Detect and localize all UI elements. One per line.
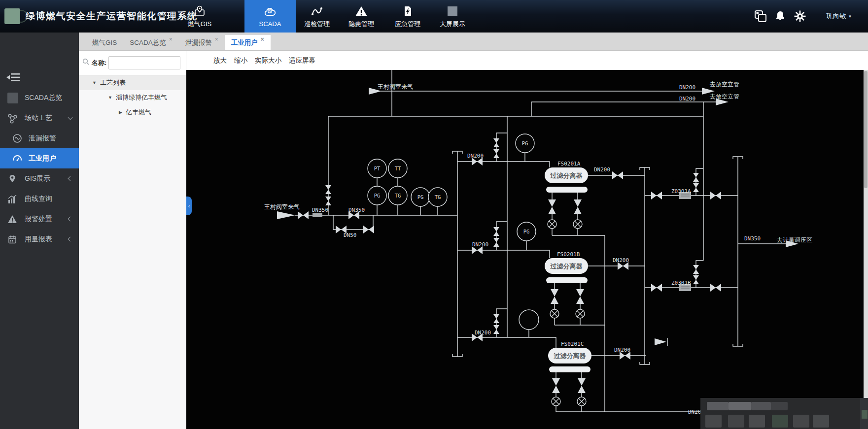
canvas-toolbar: 放大 缩小 实际大小 适应屏幕: [186, 51, 868, 70]
sidebar-item-industrial-users[interactable]: 工业用户: [0, 148, 79, 168]
nav-item-emergency[interactable]: 应急管理: [387, 0, 428, 33]
svg-text:DN200: DN200: [679, 84, 695, 91]
blank-instrument: [519, 310, 539, 330]
tree-expanded-icon[interactable]: ▼: [92, 80, 97, 85]
user-menu[interactable]: 巩向敏 ▼: [826, 0, 852, 33]
nav-item-hazard[interactable]: 隐患管理: [341, 0, 382, 33]
nav-label: 隐患管理: [348, 20, 374, 29]
pt-tag: PT: [374, 165, 381, 171]
app-title: 绿博燃气安全生产运营智能化管理系统: [26, 0, 198, 33]
tree-node-process-list[interactable]: ▼ 工艺列表: [79, 75, 186, 90]
tree-node-company[interactable]: ▼ 淄博绿博亿丰燃气: [79, 90, 186, 105]
chart-icon: [7, 194, 18, 204]
search-row: 名称:: [79, 51, 186, 75]
sidebar-item-curve-query[interactable]: 曲线查询: [0, 189, 79, 209]
filter-separator-b-drum: [546, 277, 588, 283]
nav-item-gas-gis[interactable]: 燃气GIS: [179, 0, 220, 33]
map-pin-icon: [193, 4, 206, 18]
tree-panel: 名称: ▼ 工艺列表 ▼ 淄博绿博亿丰燃气 ▶ 亿丰燃气: [79, 51, 186, 429]
redacted-block: [793, 415, 809, 428]
screen-icon: [446, 4, 459, 18]
warning-triangle-icon: [355, 4, 368, 18]
chevron-down-icon: [68, 115, 73, 120]
chevron-left-icon: [68, 176, 73, 181]
pg-tag: PG: [417, 194, 424, 200]
panel-collapse-handle[interactable]: ‹: [186, 197, 192, 215]
tab-industrial-users[interactable]: 工业用户 ×: [225, 35, 271, 50]
outlet-label: 去计量调压区: [777, 236, 812, 243]
redacted-block: [707, 402, 729, 410]
gauge-icon: [12, 153, 23, 164]
tab-gas-gis[interactable]: 燃气GIS: [86, 35, 123, 50]
tree-collapsed-icon[interactable]: ▶: [119, 110, 122, 115]
tab-leak-alarm[interactable]: 泄漏报警 ×: [179, 35, 225, 50]
emergency-doc-icon: [401, 4, 414, 18]
close-icon[interactable]: ×: [215, 36, 218, 43]
tab-scada-overview[interactable]: SCADA总览 ×: [123, 35, 179, 50]
redacted-block: [751, 402, 771, 410]
scada-canvas[interactable]: PT TT PG TG PG TG PG PG DN200 DN200 DN20…: [186, 70, 868, 429]
user-name: 巩向敏: [826, 12, 846, 21]
bell-icon[interactable]: [774, 10, 787, 23]
filter-label-a: 过滤分离器: [550, 172, 583, 179]
nav-label: 大屏展示: [440, 20, 465, 29]
nav-label: SCADA: [259, 20, 281, 28]
flow-arrows: [277, 88, 799, 345]
sidebar-item-leak-alarm[interactable]: 泄漏报警: [0, 128, 79, 148]
filter-label-b: 过滤分离器: [550, 263, 583, 270]
fs0201a-tag: FS0201A: [557, 161, 581, 167]
z0301b-tag: Z0301B: [671, 280, 691, 286]
pipe-lines: [295, 70, 787, 412]
tree-node-station[interactable]: ▶ 亿丰燃气: [79, 105, 186, 120]
close-icon[interactable]: ×: [169, 36, 173, 43]
svg-text:S: S: [269, 9, 272, 13]
redacted-block: [728, 415, 744, 428]
nav-label: 巡检管理: [304, 20, 330, 29]
chevron-left-icon: [68, 217, 73, 222]
filter-separator-a-drum: [546, 187, 588, 193]
sidebar: SCADA总览 场站工艺 泄漏报警 工业用户 GIS展示: [0, 33, 79, 429]
vertical-scrollbar[interactable]: [864, 70, 868, 429]
redacted-block: [771, 402, 788, 410]
vent-label-1: 去放空立管: [710, 81, 739, 88]
close-icon[interactable]: ×: [261, 36, 264, 43]
windows-stack-icon[interactable]: [754, 10, 767, 23]
pg-tag: PG: [523, 229, 530, 234]
scada-app: 绿博燃气安全生产运营智能化管理系统 燃气GIS S SCADA 巡检管理 隐患管…: [0, 0, 868, 429]
svg-text:DN350: DN350: [744, 235, 761, 242]
fs0201c-tag: FS0201C: [561, 341, 584, 347]
nav-item-inspection[interactable]: 巡检管理: [296, 0, 338, 33]
tree-expanded-icon[interactable]: ▼: [108, 95, 112, 100]
zoom-in-button[interactable]: 放大: [213, 56, 227, 65]
network-nodes-icon: [7, 113, 18, 124]
fs0201b-tag: FS0201B: [557, 251, 580, 258]
scrollbar-thumb[interactable]: [864, 71, 868, 188]
svg-text:DN350: DN350: [312, 207, 328, 213]
zoom-out-button[interactable]: 缩小: [234, 56, 247, 65]
sidebar-item-station-process[interactable]: 场站工艺: [0, 108, 79, 128]
actual-size-button[interactable]: 实际大小: [255, 56, 281, 65]
valve-symbols: [298, 138, 721, 406]
sidebar-item-scada-overview[interactable]: SCADA总览: [0, 88, 79, 108]
route-icon: [311, 4, 323, 18]
fit-screen-button[interactable]: 适应屏幕: [289, 56, 315, 65]
svg-text:DN200: DN200: [613, 257, 629, 264]
sidebar-item-gis-display[interactable]: GIS展示: [0, 168, 79, 189]
sidebar-item-alarm-handling[interactable]: 报警处置: [0, 209, 79, 229]
nav-item-scada[interactable]: S SCADA: [244, 0, 296, 33]
svg-text:DN200: DN200: [472, 241, 488, 248]
sidebar-collapse-button[interactable]: [6, 72, 21, 83]
flow-meter: [312, 213, 322, 217]
map-pin-icon: [7, 173, 18, 184]
sidebar-item-usage-report[interactable]: 用量报表: [0, 229, 79, 249]
gear-icon[interactable]: [794, 10, 806, 23]
warning-triangle-icon: [7, 214, 18, 225]
pg-tag: PG: [374, 193, 381, 198]
filter-separator-c-drum: [549, 366, 590, 372]
svg-text:DN350: DN350: [348, 207, 365, 213]
name-search-input[interactable]: [108, 56, 180, 69]
redacted-block: [705, 415, 722, 428]
nav-item-bigscreen[interactable]: 大屏展示: [432, 0, 473, 33]
search-label: 名称:: [92, 59, 106, 67]
pipe-labels: DN200 DN200 DN200 DN200 DN200 DN200 DN20…: [312, 84, 761, 415]
